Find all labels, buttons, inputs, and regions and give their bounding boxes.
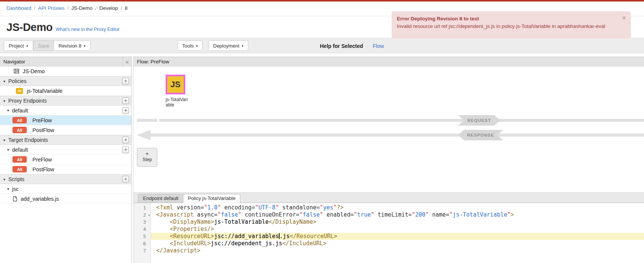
nav-item-js-totalvariable[interactable]: JSjs-TotalVariable	[0, 86, 131, 96]
flow-header: Flow: PreFlow	[134, 57, 644, 66]
flow-title: Flow: PreFlow	[137, 59, 169, 65]
nav-item-label: Proxy Endpoints	[8, 98, 47, 104]
code-area[interactable]: 1<?xml version="1.0" encoding="UTF-8" st…	[134, 203, 644, 263]
title-row: JS-Demo What's new in the Proxy Editor	[6, 21, 120, 34]
revision-button-label: Revision 8	[58, 43, 81, 49]
fold-marker-icon[interactable]: ▾	[148, 212, 150, 219]
nav-item-label: Policies	[8, 78, 26, 84]
code-text[interactable]: <?xml version="1.0" encoding="UTF-8" sta…	[151, 204, 644, 211]
code-editor: Endpoint defaultPolicy js-TotalVariable …	[134, 192, 644, 263]
nav-item-scripts[interactable]: ▾Scripts+	[0, 174, 131, 184]
plus-icon: +	[137, 150, 157, 157]
nav-item-target-endpoints[interactable]: ▾Target Endpoints+	[0, 135, 131, 145]
editor-tab-endpoint-default[interactable]: Endpoint default	[138, 194, 183, 203]
code-text[interactable]: <ResourceURL>jsc://add_variables.js</Res…	[151, 233, 644, 240]
request-flow-line	[159, 119, 644, 122]
chevron-down-icon: ▾	[241, 44, 243, 48]
project-button[interactable]: Project ▾	[4, 40, 33, 51]
line-number: 3	[134, 218, 151, 226]
navigator-tree: JS-Demo▾Policies+JSjs-TotalVariable▾Prox…	[0, 66, 131, 204]
nav-item-policies[interactable]: ▾Policies+	[0, 76, 131, 86]
revision-button[interactable]: Revision 8 ▾	[54, 40, 91, 51]
add-button[interactable]: +	[122, 78, 129, 85]
code-line-7[interactable]: 7</Javascript>	[134, 247, 644, 254]
nav-item-proxy-endpoints[interactable]: ▾Proxy Endpoints+	[0, 96, 131, 106]
chevron-down-icon: ▾	[26, 44, 28, 48]
tools-button[interactable]: Tools ▾	[177, 40, 203, 51]
code-text[interactable]: <Properties/>	[151, 226, 644, 233]
all-conditions-badge: All	[12, 117, 27, 123]
caret-down-icon[interactable]: ▾	[3, 99, 5, 103]
add-button[interactable]: +	[122, 107, 129, 114]
alert-message: Invalid resource url ref jsc://dependent…	[397, 23, 608, 30]
nav-item-add-variables-js[interactable]: add_variables.js	[0, 194, 131, 204]
line-number: 5	[134, 233, 151, 240]
editor-tab-bar: Endpoint defaultPolicy js-TotalVariable	[134, 192, 644, 203]
response-flow-marker: RESPONSE	[458, 130, 503, 140]
code-text[interactable]: <DisplayName>js-TotalVariable</DisplayNa…	[151, 218, 644, 226]
navigator-header: Navigator «	[0, 57, 131, 66]
breadcrumb-item-api-proxies[interactable]: API Proxies	[38, 5, 65, 11]
all-conditions-badge: All	[12, 156, 27, 163]
nav-item-label: Target Endpoints	[8, 137, 48, 143]
add-button[interactable]: +	[122, 176, 129, 183]
nav-item-label: default	[12, 147, 28, 153]
nav-item-default[interactable]: ▾default+	[0, 145, 131, 155]
code-line-3[interactable]: 3 <DisplayName>js-TotalVariable</Display…	[134, 218, 644, 226]
code-line-4[interactable]: 4 <Properties/>	[134, 226, 644, 233]
code-line-6[interactable]: 6 <IncludeURL>jsc://dependent_js.js</Inc…	[134, 240, 644, 247]
breadcrumb-item-dashboard[interactable]: Dashboard	[6, 5, 31, 11]
nav-item-label: jsc	[12, 186, 18, 192]
line-number: 4	[134, 226, 151, 233]
caret-down-icon[interactable]: ▾	[7, 187, 9, 191]
code-text[interactable]: </Javascript>	[151, 247, 644, 254]
deployment-button[interactable]: Deployment ▾	[208, 40, 248, 51]
chevron-down-icon: ▾	[84, 44, 86, 48]
flow-panel: Flow: PreFlow JS js-TotalVariable REQUES…	[133, 57, 644, 263]
request-flow-marker: REQUEST	[458, 115, 500, 126]
js-policy-badge: JS	[16, 88, 23, 94]
nav-item-label: PreFlow	[32, 117, 52, 123]
breadcrumb-item-js-demo: JS-Demo	[71, 5, 92, 11]
nav-item-postflow[interactable]: AllPostFlow	[0, 165, 131, 174]
caret-down-icon[interactable]: ▾	[3, 79, 5, 83]
add-button[interactable]: +	[122, 137, 129, 143]
editor-tab-policy-js-totalvariable[interactable]: Policy js-TotalVariable	[183, 194, 240, 203]
proxy-icon	[14, 68, 19, 74]
line-number: 6	[134, 240, 151, 247]
javascript-policy-icon[interactable]: JS	[166, 75, 185, 94]
caret-down-icon[interactable]: ▾	[7, 148, 9, 152]
add-button[interactable]: +	[122, 146, 129, 153]
whats-new-link[interactable]: What's new in the Proxy Editor	[55, 27, 120, 32]
line-number: 7	[134, 247, 151, 254]
nav-item-default[interactable]: ▾default+	[0, 106, 131, 115]
caret-down-icon[interactable]: ▾	[3, 138, 5, 142]
caret-down-icon[interactable]: ▾	[7, 108, 9, 112]
breadcrumb-separator: /	[67, 5, 69, 11]
nav-item-label: PostFlow	[32, 127, 54, 133]
nav-item-preflow[interactable]: AllPreFlow	[0, 115, 131, 125]
add-button[interactable]: +	[122, 97, 129, 104]
code-lines: 1<?xml version="1.0" encoding="UTF-8" st…	[134, 203, 644, 254]
deployment-button-label: Deployment	[213, 43, 239, 49]
nav-item-jsc[interactable]: ▾jsc	[0, 184, 131, 194]
caret-down-icon[interactable]: ▾	[3, 177, 5, 181]
top-accent-bar	[0, 0, 644, 2]
add-step-button[interactable]: + Step	[137, 148, 157, 167]
code-text[interactable]: <Javascript async="false" continueOnErro…	[151, 211, 644, 218]
nav-item-postflow[interactable]: AllPostFlow	[0, 125, 131, 135]
code-line-2[interactable]: 2▾<Javascript async="false" continueOnEr…	[134, 211, 644, 218]
code-line-5[interactable]: 5 <ResourceURL>jsc://add_variables.js</R…	[134, 233, 644, 240]
policy-step-js-totalvariable[interactable]: JS js-TotalVariable	[166, 75, 189, 108]
nav-item-js-demo[interactable]: JS-Demo	[0, 66, 131, 76]
nav-item-preflow[interactable]: AllPreFlow	[0, 155, 131, 165]
collapse-panel-icon[interactable]: «	[123, 57, 131, 66]
flow-canvas: JS js-TotalVariable REQUEST RESPONSE + S…	[134, 66, 644, 192]
request-flow-line-start	[137, 119, 157, 122]
chevron-down-icon: ▾	[196, 44, 198, 48]
flow-help-link[interactable]: Flow	[373, 43, 384, 49]
close-icon[interactable]: ×	[622, 15, 626, 21]
code-line-1[interactable]: 1<?xml version="1.0" encoding="UTF-8" st…	[134, 204, 644, 211]
save-button[interactable]: Save	[33, 40, 54, 51]
code-text[interactable]: <IncludeURL>jsc://dependent_js.js</Inclu…	[151, 240, 644, 247]
